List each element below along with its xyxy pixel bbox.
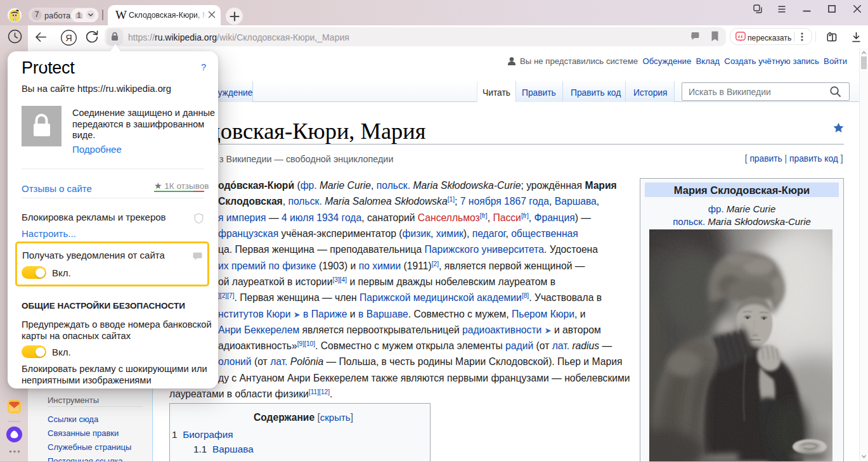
svg-text:1: 1	[77, 11, 81, 19]
svg-text:Я: Я	[65, 32, 72, 42]
